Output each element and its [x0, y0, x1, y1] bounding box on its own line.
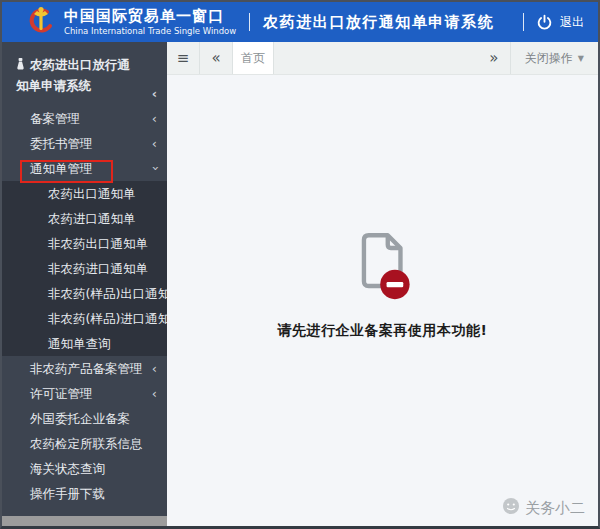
scroll-tabs-left-icon[interactable]: « [200, 42, 232, 74]
chevron-left-icon [152, 131, 157, 156]
watermark: 关务小二 [502, 497, 585, 519]
brand-block: 中国国际贸易单一窗口 China International Trade Sin… [64, 8, 236, 36]
sidebar-item-label: 通知单查询 [48, 336, 111, 351]
sidebar-item-label: 非农药进口通知单 [48, 261, 148, 276]
sidebar-item-label: 外国委托企业备案 [30, 411, 130, 426]
header-divider [249, 13, 250, 31]
sidebar-item-jiandingsuo-contact[interactable]: 农药检定所联系信息 [2, 431, 167, 456]
sidebar-item-weituoshu[interactable]: 委托书管理 [2, 131, 167, 156]
sidebar-item-label: 非农药(样品)进口通知单 [48, 311, 183, 326]
chevron-left-icon [152, 356, 157, 381]
sidebar-item-label: 非农药(样品)出口通知单 [48, 286, 183, 301]
flask-icon [16, 57, 25, 76]
chevron-left-icon [152, 81, 157, 106]
tab-home[interactable]: 首页 [232, 42, 274, 74]
close-operations-label: 关闭操作 [525, 50, 573, 67]
watermark-label: 关务小二 [525, 499, 585, 518]
sidebar-subitem-feinongyao-export[interactable]: 非农药出口通知单 [2, 231, 167, 256]
sidebar-subitem-nongyao-export[interactable]: 农药出口通知单 [2, 181, 167, 206]
sidebar-item-label: 备案管理 [30, 111, 80, 126]
sidebar-item-label: 非农药出口通知单 [48, 236, 148, 251]
header-right: 退出 [511, 13, 584, 31]
system-title: 农药进出口放行通知单申请系统 [263, 13, 494, 32]
sidebar-app-title-label: 农药进出口放行通知单申请系统 [16, 57, 130, 93]
caret-down-icon: ▼ [578, 54, 584, 63]
tab-bar: ≡ « 首页 » 关闭操作 ▼ [167, 42, 598, 75]
power-icon[interactable] [536, 14, 553, 31]
sidebar-subitem-sample-import[interactable]: 非农药(样品)进口通知单 [2, 306, 167, 331]
sidebar-horizontal-scrollbar[interactable] [2, 516, 171, 526]
logout-button[interactable]: 退出 [560, 14, 584, 31]
sidebar-item-label: 农药检定所联系信息 [30, 436, 143, 451]
single-window-logo-icon [26, 5, 56, 39]
sidebar-item-label: 许可证管理 [30, 386, 93, 401]
header-divider [523, 13, 524, 31]
sidebar-item-label: 海关状态查询 [30, 461, 105, 476]
watermark-logo-icon [502, 497, 520, 519]
sidebar-item-label: 非农药产品备案管理 [30, 361, 143, 376]
empty-state-message: 请先进行企业备案再使用本功能! [167, 322, 598, 340]
sidebar-item-beian[interactable]: 备案管理 [2, 106, 167, 131]
sidebar-subitem-sample-export[interactable]: 非农药(样品)出口通知单 [2, 281, 167, 306]
sidebar-subitem-nongyao-import[interactable]: 农药进口通知单 [2, 206, 167, 231]
sidebar-item-foreign-entrust[interactable]: 外国委托企业备案 [2, 406, 167, 431]
sidebar-item-label: 委托书管理 [30, 136, 93, 151]
sidebar-item-label: 操作手册下载 [30, 486, 105, 501]
sidebar-item-label: 通知单管理 [30, 161, 93, 176]
sidebar-item-tongzhidan[interactable]: 通知单管理 [2, 156, 167, 181]
document-blocked-icon [167, 232, 598, 306]
close-operations-dropdown[interactable]: 关闭操作 ▼ [511, 42, 598, 74]
scroll-tabs-right-icon[interactable]: » [478, 42, 510, 74]
sidebar-item-feinongyao-beian[interactable]: 非农药产品备案管理 [2, 356, 167, 381]
sidebar-app-title[interactable]: 农药进出口放行通知单申请系统 [2, 50, 167, 106]
main-content: 请先进行企业备案再使用本功能! 关务小二 [167, 76, 598, 526]
sidebar-subitem-tongzhidan-query[interactable]: 通知单查询 [2, 331, 167, 356]
brand-title: 中国国际贸易单一窗口 [64, 8, 236, 25]
brand-subtitle: China International Trade Single Window [64, 27, 236, 36]
chevron-left-icon [152, 106, 157, 131]
chevron-down-icon [152, 156, 157, 181]
sidebar-item-xukezheng[interactable]: 许可证管理 [2, 381, 167, 406]
sidebar-item-manual-download[interactable]: 操作手册下载 [2, 481, 167, 506]
top-header: 中国国际贸易单一窗口 China International Trade Sin… [2, 2, 598, 42]
tabbar-spacer [274, 42, 478, 74]
chevron-left-icon [152, 381, 157, 406]
sidebar-item-customs-status[interactable]: 海关状态查询 [2, 456, 167, 481]
app-window: 中国国际贸易单一窗口 China International Trade Sin… [0, 0, 600, 529]
sidebar-item-label: 农药进口通知单 [48, 211, 136, 226]
sidebar: 农药进出口放行通知单申请系统 备案管理 委托书管理 通知单管理 农药出口通知单 … [2, 42, 167, 516]
sidebar-item-label: 农药出口通知单 [48, 186, 136, 201]
hamburger-menu-icon[interactable]: ≡ [167, 42, 199, 74]
sidebar-subitem-feinongyao-import[interactable]: 非农药进口通知单 [2, 256, 167, 281]
